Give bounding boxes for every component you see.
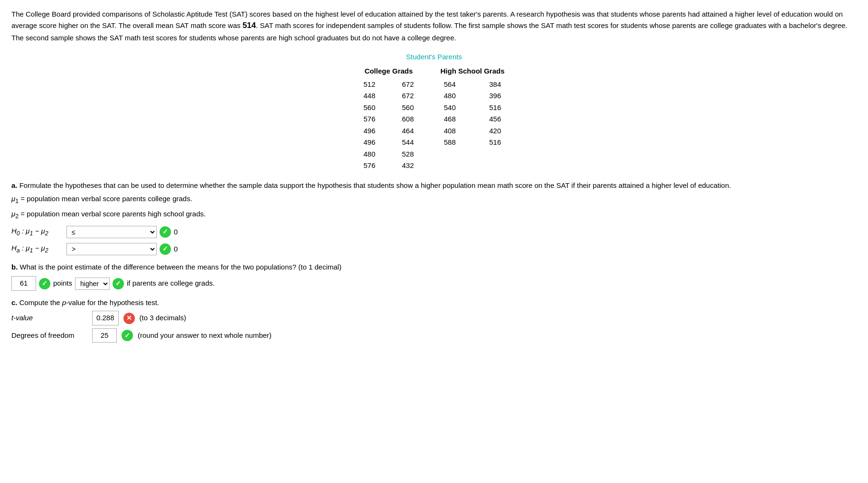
part-c-label: c.	[11, 298, 18, 307]
p-italic: p	[62, 298, 66, 307]
table-cell: 480	[427, 90, 473, 102]
table-row: 448672480396	[350, 90, 518, 102]
table-row: 512672564384	[350, 79, 518, 91]
h0-label: H0 : μ1 − μ2	[11, 226, 64, 238]
part-a-block: a. Formulate the hypotheses that can be …	[11, 180, 857, 255]
tvalue-error-icon: ✕	[123, 313, 135, 324]
table-cell: 408	[427, 125, 473, 137]
table-cell: 588	[427, 137, 473, 149]
table-row: 480528	[350, 149, 518, 160]
table-row: 496544588516	[350, 137, 518, 149]
tvalue-row: t-value 0.288 ✕ (to 3 decimals)	[11, 311, 857, 325]
tvalue-answer: 0.288	[92, 311, 119, 325]
tvalue-suffix: (to 3 decimals)	[140, 313, 186, 324]
ha-row: Ha : μ1 − μ2 ≤ ≥ = < > ✓ 0	[11, 243, 857, 255]
table-cell: 576	[350, 160, 388, 172]
point-estimate-check-icon: ✓	[39, 278, 50, 289]
h0-row: H0 : μ1 − μ2 ≤ ≥ = < > ✓ 0	[11, 226, 857, 238]
table-cell: 672	[388, 79, 427, 91]
mu2-definition: μ2 = population mean verbal score parent…	[11, 209, 857, 221]
table-cell: 420	[472, 125, 518, 137]
part-c-text: c. Compute the p-value for the hypothesi…	[11, 297, 857, 308]
table-cell: 468	[427, 113, 473, 125]
table-row: 560560540516	[350, 102, 518, 114]
df-check-icon: ✓	[122, 330, 133, 341]
table-cell: 560	[350, 102, 388, 114]
table-cell: 496	[350, 125, 388, 137]
data-table-section: Student's Parents College Grads High Sch…	[11, 52, 857, 172]
part-b-block: b. What is the point estimate of the dif…	[11, 262, 857, 291]
table-cell	[472, 160, 518, 172]
part-c-desc2: -value for the hypothesis test.	[66, 298, 159, 307]
part-c-block: c. Compute the p-value for the hypothesi…	[11, 297, 857, 343]
table-cell: 516	[472, 137, 518, 149]
table-cell: 672	[388, 90, 427, 102]
ha-label: Ha : μ1 − μ2	[11, 243, 64, 255]
table-cell: 576	[350, 113, 388, 125]
table-cell: 432	[388, 160, 427, 172]
table-cell: 480	[350, 149, 388, 160]
tvalue-label: t-value	[11, 313, 87, 324]
table-cell: 464	[388, 125, 427, 137]
mu1-text: = population mean verbal score parents c…	[20, 195, 192, 203]
df-suffix: (round your answer to next whole number)	[138, 330, 272, 341]
table-cell: 448	[350, 90, 388, 102]
table-cell	[472, 149, 518, 160]
table-cell: 544	[388, 137, 427, 149]
intro-paragraph: The College Board provided comparisons o…	[11, 9, 857, 43]
mu1-definition: μ1 = population mean verbal score parent…	[11, 194, 857, 206]
ha-zero: 0	[174, 244, 178, 255]
table-cell: 540	[427, 102, 473, 114]
table-cell: 516	[472, 102, 518, 114]
h0-check-icon: ✓	[160, 226, 171, 238]
ha-select[interactable]: ≤ ≥ = < >	[66, 243, 157, 255]
table-row: 576432	[350, 160, 518, 172]
table-cell: 496	[350, 137, 388, 149]
part-b-label: b.	[11, 263, 18, 271]
table-cell: 528	[388, 149, 427, 160]
part-a-description: Formulate the hypotheses that can be use…	[19, 181, 731, 189]
sat-scores-table: College Grads High School Grads 51267256…	[350, 65, 518, 172]
part-b-description: What is the point estimate of the differ…	[20, 263, 342, 271]
table-cell: 396	[472, 90, 518, 102]
part-a-label: a.	[11, 181, 18, 189]
table-cell: 560	[388, 102, 427, 114]
df-row: Degrees of freedom 25 ✓ (round your answ…	[11, 328, 857, 343]
college-grads-header: College Grads	[350, 65, 427, 79]
table-cell	[427, 160, 473, 172]
questions-section: a. Formulate the hypotheses that can be …	[11, 180, 857, 343]
h0-zero: 0	[174, 227, 178, 238]
part-b-suffix: if parents are college grads.	[127, 278, 215, 289]
part-c-desc1: Compute the	[19, 298, 62, 307]
table-cell: 384	[472, 79, 518, 91]
table-cell: 456	[472, 113, 518, 125]
point-estimate-answer: 61	[11, 276, 36, 291]
table-cell	[427, 149, 473, 160]
table-cell: 512	[350, 79, 388, 91]
higher-lower-check-icon: ✓	[113, 278, 124, 289]
mu2-symbol: μ2	[11, 210, 19, 218]
df-answer: 25	[92, 328, 117, 343]
ha-check-icon: ✓	[160, 243, 171, 255]
table-cell: 564	[427, 79, 473, 91]
mu1-symbol: μ1	[11, 195, 19, 203]
df-label: Degrees of freedom	[11, 330, 87, 341]
high-school-grads-header: High School Grads	[427, 65, 518, 79]
point-estimate-row: 61 ✓ points higher lower ✓ if parents ar…	[11, 276, 857, 291]
part-a-text: a. Formulate the hypotheses that can be …	[11, 180, 857, 191]
points-label: points	[53, 278, 72, 289]
h0-select[interactable]: ≤ ≥ = < >	[66, 226, 157, 238]
table-row: 496464408420	[350, 125, 518, 137]
mean-value: 514	[243, 21, 256, 30]
part-b-text: b. What is the point estimate of the dif…	[11, 262, 857, 273]
table-cell: 608	[388, 113, 427, 125]
table-title: Student's Parents	[406, 52, 462, 63]
higher-lower-select[interactable]: higher lower	[75, 278, 110, 290]
mu2-text: = population mean verbal score parents h…	[20, 210, 206, 218]
table-row: 576608468456	[350, 113, 518, 125]
